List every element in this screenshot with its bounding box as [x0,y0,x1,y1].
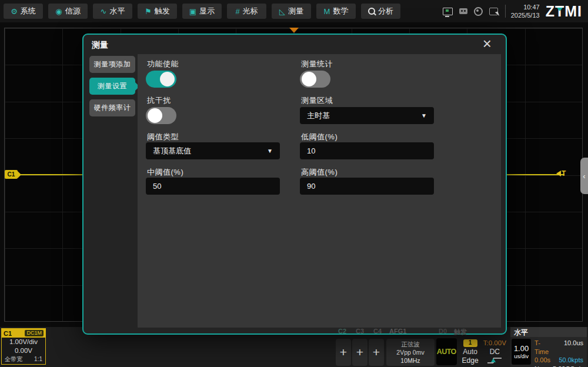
high-threshold-input[interactable] [300,178,434,195]
add-channel2-button[interactable]: + [336,339,351,366]
trigger-level-arrow-icon [556,171,561,176]
add-channel3-button[interactable]: + [352,339,368,366]
timebase-value: 1.00 [512,345,531,353]
menu-label: 光标 [243,6,258,16]
menu-button-horizontal[interactable]: ∿ 水平 [93,4,132,19]
channel1-offset: 0.00V [2,346,45,355]
touch-status-icon [474,7,483,16]
channel1-probe-ratio: 1:1 [34,355,42,363]
flag-icon: ⚑ [145,8,152,15]
memory-depth: 50.0kpts [553,356,583,365]
brand-logo: ZTMI [546,3,582,20]
menu-button-trigger[interactable]: ⚑ 触发 [138,4,177,19]
usb-status-icon [459,8,467,14]
divider [505,5,506,18]
gesture-status-icon [489,8,498,15]
timebase-scale-box: 1.00 us/div [512,339,531,365]
menu-button-analyze[interactable]: 分析 [361,4,400,19]
hash-cursor-icon: # [235,8,239,15]
function-enable-label: 功能使能 [147,59,179,69]
chevron-down-icon: ▼ [421,112,427,119]
menu-label: 数学 [333,6,348,16]
status-icon-cluster [443,7,498,16]
measure-region-select[interactable]: 主时基 ▼ [300,107,434,124]
triangle-measure-icon: ◺ [279,8,285,15]
menu-button-cursor[interactable]: # 光标 [227,4,266,19]
afg-frequency: 10MHz [386,356,435,365]
delay-value: 0.00s [534,356,550,365]
lan-status-icon [443,8,453,15]
menu-button-measure[interactable]: ◺ 测量 [272,4,311,19]
horizontal-title: 水平 [510,327,587,337]
anti-jam-label: 抗干扰 [147,95,171,106]
trigger-mode: AUTO [436,338,457,365]
sample-rate: 5.00GSa/s [553,365,583,367]
menu-button-display[interactable]: ▣ 显示 [182,4,222,19]
afg-amplitude: 2Vpp 0mv [386,348,435,356]
menu-button-system[interactable]: ⚙ 系统 [4,4,43,19]
channel1-scale: 1.00V/div [2,338,45,346]
trigger-sweep: Auto [463,348,477,356]
channel1-name: C1 [4,330,12,337]
add-channel4-button[interactable]: + [369,339,384,366]
dialog-content-panel: 功能使能 测量统计 抗干扰 测量区域 主时基 ▼ 阈值类型 基顶基底值 ▼ 低阈… [138,54,501,328]
menu-label: 触发 [155,6,170,16]
acquire-mode: Norm [534,365,550,367]
measure-statistics-label: 测量统计 [301,59,333,69]
side-panel-handle[interactable]: ‹ [580,158,588,194]
ttime-label: T-Time [534,339,550,356]
horizontal-info-panel[interactable]: 水平 1.00 us/div T-Time 10.0us 0.00s 50.0k… [510,327,587,367]
afg-waveform: 正弦波 [386,340,435,348]
clock-date: 2025/5/13 [511,11,540,19]
trigger-position-marker[interactable] [289,28,299,33]
menu-label: 系统 [21,6,36,16]
magnifier-icon [368,8,375,15]
threshold-type-label: 阈值类型 [147,132,179,142]
close-icon[interactable]: × [483,35,492,52]
trigger-info-panel[interactable]: AUTO 1 Auto Edge T:0.00V DC [436,338,508,366]
measure-statistics-toggle[interactable] [300,71,330,88]
channel1-coupling-badge: DC1M [25,330,44,336]
trigger-coupling: DC [490,348,500,356]
dialog-title: 测量 [92,40,108,51]
threshold-type-select[interactable]: 基顶基底值 ▼ [146,142,280,159]
channel1-level-tag[interactable]: C1 [5,170,18,179]
monitor-icon: ▣ [189,8,196,15]
afg-info-panel[interactable]: 正弦波 2Vpp 0mv 10MHz [386,339,435,366]
low-threshold-input[interactable] [300,142,434,159]
chevron-down-icon: ▼ [267,148,273,154]
mid-threshold-input[interactable] [146,178,280,195]
top-menu-bar: ⚙ 系统 ◉ 信源 ∿ 水平 ⚑ 触发 ▣ 显示 # 光标 ◺ 测量 M 数学 [0,0,588,22]
measure-dialog: 测量 × 测量项添加 测量设置 硬件频率计 功能使能 测量统计 抗干扰 测量区域… [82,34,507,335]
menu-button-math[interactable]: M 数学 [316,4,356,19]
menu-label: 水平 [109,6,125,16]
menu-button-source[interactable]: ◉ 信源 [48,4,88,19]
sidebar-item-measure-settings[interactable]: 测量设置 [89,78,135,95]
anti-jam-toggle[interactable] [146,107,176,124]
menu-label: 显示 [199,6,215,16]
oscilloscope-screen: ⚙ 系统 ◉ 信源 ∿ 水平 ⚑ 触发 ▣ 显示 # 光标 ◺ 测量 M 数学 [0,0,588,367]
wave-icon: ∿ [101,8,107,15]
menu-label: 分析 [378,6,393,16]
function-enable-toggle[interactable] [146,71,176,88]
sidebar-item-hardware-counter[interactable]: 硬件频率计 [89,99,135,116]
logo-t-triangle-icon: T [555,3,564,20]
mid-threshold-label: 中阈值(%) [147,167,183,178]
measure-region-label: 测量区域 [301,95,333,106]
menu-label: 信源 [65,6,81,16]
channel1-header: C1 DC1M [2,329,45,338]
threshold-type-value: 基顶基底值 [153,146,191,156]
channel1-bandwidth: 全带宽 [5,355,22,363]
ttime-value: 10.0us [553,339,583,356]
gear-icon: ⚙ [11,8,18,15]
measure-region-value: 主时基 [307,111,330,121]
rising-edge-icon [486,356,503,365]
sidebar-item-add-measurement[interactable]: 测量项添加 [89,56,135,73]
trigger-source-badge: 1 [463,339,477,347]
trigger-level-marker[interactable]: T [556,169,566,178]
channel1-info-box[interactable]: C1 DC1M 1.00V/div 0.00V 全带宽 1:1 [1,328,46,365]
trigger-level-value: T:0.00V [483,339,506,347]
timebase-unit: us/div [512,353,531,359]
clock-time: 10:47 [511,3,540,11]
trigger-type: Edge [462,356,479,365]
